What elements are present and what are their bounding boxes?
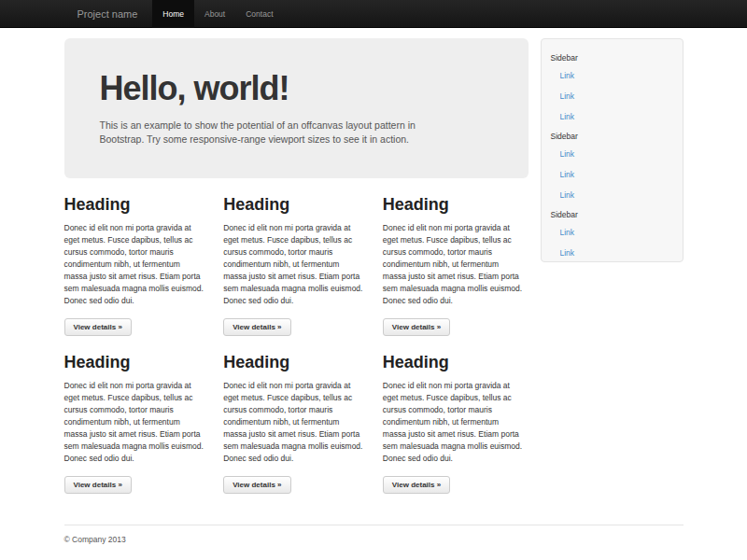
view-details-button[interactable]: View details » [223,318,290,336]
sidebar-link[interactable]: Link [542,86,683,106]
content-card: Heading Donec id elit non mi porta gravi… [223,353,369,494]
card-heading: Heading [223,195,369,215]
card-heading: Heading [64,353,210,372]
copyright-text: © Company 2013 [64,535,684,544]
sidebar-group-header: Sidebar [542,127,683,144]
sidebar: Sidebar Link Link Link Sidebar Link Link… [541,38,684,262]
navbar-brand[interactable]: Project name [64,0,151,28]
sidebar-link[interactable]: Link [542,222,683,243]
card-body: Donec id elit non mi porta gravida at eg… [64,380,205,465]
card-body: Donec id elit non mi porta gravida at eg… [383,380,524,465]
sidebar-link[interactable]: Link [542,65,683,86]
sidebar-group-3: Sidebar Link Link [542,205,683,262]
card-body: Donec id elit non mi porta gravida at eg… [383,222,524,307]
card-body: Donec id elit non mi porta gravida at eg… [223,380,364,465]
sidebar-group-2: Sidebar Link Link Link [542,127,683,205]
footer: © Company 2013 [64,525,684,544]
jumbotron-description: This is an example to show the potential… [100,119,453,147]
sidebar-link[interactable]: Link [542,164,683,185]
sidebar-link[interactable]: Link [542,185,683,205]
content-card: Heading Donec id elit non mi porta gravi… [223,195,369,336]
sidebar-group-header: Sidebar [542,49,683,65]
nav-item-about[interactable]: About [194,0,235,28]
cards-row-2: Heading Donec id elit non mi porta gravi… [64,353,529,494]
view-details-button[interactable]: View details » [383,318,450,336]
sidebar-group-header: Sidebar [542,205,683,222]
navbar-menu: Home About Contact [152,0,283,28]
nav-item-contact[interactable]: Contact [235,0,283,28]
card-heading: Heading [64,195,210,215]
cards-row-1: Heading Donec id elit non mi porta gravi… [64,195,529,336]
view-details-button[interactable]: View details » [64,476,132,494]
main-content: Hello, world! This is an example to show… [64,38,684,511]
card-body: Donec id elit non mi porta gravida at eg… [64,222,205,307]
sidebar-link[interactable]: Link [542,106,683,127]
card-heading: Heading [223,353,369,372]
jumbotron-title: Hello, world! [100,70,493,107]
card-body: Donec id elit non mi porta gravida at eg… [223,222,364,307]
view-details-button[interactable]: View details » [383,476,450,494]
navbar: Project name Home About Contact [0,0,747,28]
content-card: Heading Donec id elit non mi porta gravi… [64,353,210,494]
nav-item-home[interactable]: Home [152,0,194,28]
content-card: Heading Donec id elit non mi porta gravi… [383,353,529,494]
footer-divider [64,525,684,525]
sidebar-link[interactable]: Link [542,243,683,262]
view-details-button[interactable]: View details » [64,318,132,336]
sidebar-link[interactable]: Link [542,144,683,164]
view-details-button[interactable]: View details » [223,476,290,494]
content-card: Heading Donec id elit non mi porta gravi… [383,195,529,336]
card-heading: Heading [383,353,529,372]
card-heading: Heading [383,195,529,215]
content-column: Hello, world! This is an example to show… [64,38,529,511]
jumbotron: Hello, world! This is an example to show… [64,38,529,178]
content-card: Heading Donec id elit non mi porta gravi… [64,195,210,336]
sidebar-group-1: Sidebar Link Link Link [542,49,683,127]
